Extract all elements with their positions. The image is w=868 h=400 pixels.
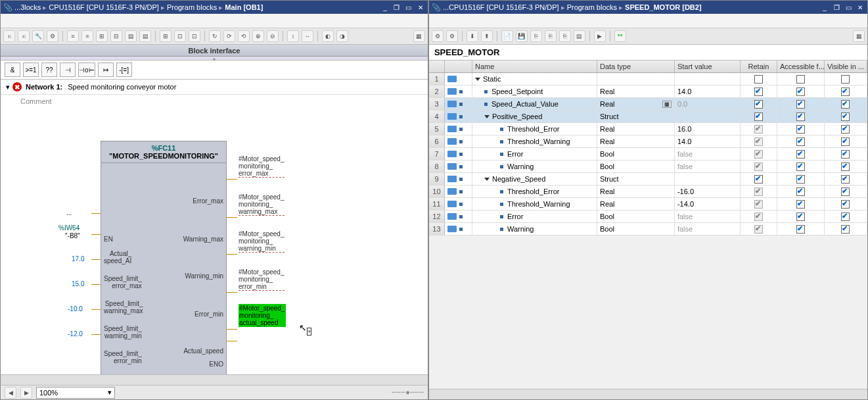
tool-btn[interactable]: ⎌ bbox=[3, 30, 15, 42]
tool-btn[interactable]: ⬇ bbox=[467, 30, 478, 42]
tool-btn[interactable]: ⎘ bbox=[559, 30, 571, 42]
tool-btn[interactable]: ⟲ bbox=[238, 30, 250, 42]
tool-btn[interactable]: ⊖ bbox=[267, 30, 279, 42]
tag-icon bbox=[447, 213, 457, 220]
tool-btn[interactable]: ▦ bbox=[853, 30, 865, 42]
minimize-button[interactable]: _ bbox=[820, 3, 829, 12]
tool-btn[interactable]: ≡ bbox=[81, 30, 93, 42]
tool-btn[interactable]: ▶ bbox=[594, 30, 606, 42]
tool-btn[interactable]: ⚙ bbox=[446, 30, 458, 42]
tag-icon bbox=[447, 188, 457, 195]
val-15[interactable]: 15.0 bbox=[72, 280, 84, 288]
tool-btn[interactable]: ↕ bbox=[287, 30, 299, 42]
table-row[interactable]: 9 Negative_SpeedStruct bbox=[429, 173, 867, 186]
ladder-coil-btn[interactable]: ↦ bbox=[98, 63, 114, 77]
tool-btn[interactable]: 💾 bbox=[516, 30, 528, 42]
block-interface-header[interactable]: Block interface bbox=[1, 45, 428, 57]
val-en[interactable]: ... bbox=[66, 209, 72, 216]
breadcrumb-left[interactable]: 📎 ...3locks▸ CPU1516F [CPU 1516F-3 PN/DP… bbox=[3, 3, 263, 12]
tool-btn[interactable]: ⎌ bbox=[18, 30, 30, 42]
titlebar-right: 📎 ...CPU1516F [CPU 1516F-3 PN/DP]▸ Progr… bbox=[429, 1, 867, 14]
minimize-button[interactable]: _ bbox=[380, 3, 390, 12]
restore-button[interactable]: ❐ bbox=[832, 3, 841, 12]
table-row[interactable]: 1Static bbox=[429, 73, 867, 86]
ladder-empty-btn[interactable]: ?? bbox=[41, 63, 57, 77]
table-row[interactable]: 4 Positive_SpeedStruct bbox=[429, 111, 867, 123]
tool-btn[interactable]: ▤ bbox=[125, 30, 137, 42]
val-17[interactable]: 17.0 bbox=[72, 255, 84, 262]
tool-btn[interactable]: ⊞ bbox=[96, 30, 108, 42]
tag-out-actual-speed[interactable]: #Motor_speed_ monitoring_ actual_speed bbox=[239, 304, 286, 327]
tool-btn[interactable]: ⎘ bbox=[545, 30, 557, 42]
ladder-contact-btn[interactable]: ⊣ bbox=[60, 63, 76, 77]
tool-btn[interactable]: ⊞ bbox=[160, 30, 171, 42]
tool-btn[interactable]: 🔧 bbox=[32, 30, 44, 42]
network-title[interactable]: Network 1: bbox=[26, 83, 62, 91]
tool-btn[interactable]: 📄 bbox=[501, 30, 513, 42]
tool-btn[interactable]: ⟳ bbox=[223, 30, 235, 42]
tool-btn[interactable]: ⊡ bbox=[174, 30, 186, 42]
tag-out-warnmin[interactable]: #Motor_speed_ monitoring_ warning_min bbox=[239, 230, 285, 253]
table-row[interactable]: 12 ErrorBoolfalse bbox=[429, 211, 867, 223]
h-scrollbar-right[interactable] bbox=[429, 389, 867, 399]
attach-icon: 📎 bbox=[432, 3, 441, 12]
table-row[interactable]: 10 Threshold_ErrorReal-16.0 bbox=[429, 186, 867, 198]
tag-out-errmin[interactable]: #Motor_speed_ monitoring_ error_min bbox=[239, 268, 285, 291]
tool-btn[interactable]: ◐ bbox=[322, 30, 334, 42]
tool-btn[interactable]: ⊕ bbox=[252, 30, 264, 42]
ladder-or-btn[interactable]: >=1 bbox=[23, 63, 39, 77]
tool-btn[interactable]: ⚙ bbox=[47, 30, 58, 42]
table-row[interactable]: 11 Threshold_WarningReal-14.0 bbox=[429, 198, 867, 211]
table-row[interactable]: 13 WarningBoolfalse bbox=[429, 223, 867, 236]
close-button[interactable]: ✕ bbox=[416, 3, 425, 12]
ladder-editor[interactable]: ▾ ✖ Network 1: Speed monitoring conveyor… bbox=[1, 80, 428, 374]
breadcrumb-right[interactable]: 📎 ...CPU1516F [CPU 1516F-3 PN/DP]▸ Progr… bbox=[432, 3, 702, 12]
val-n10[interactable]: -10.0 bbox=[68, 305, 83, 312]
pin-error-max: Error_max bbox=[193, 197, 223, 205]
table-row[interactable]: 8 WarningBoolfalse bbox=[429, 161, 867, 173]
tool-btn[interactable]: ⊟ bbox=[110, 30, 122, 42]
nav-prev-btn[interactable]: ◀ bbox=[5, 387, 16, 399]
tool-btn[interactable]: ᵒᵒ bbox=[614, 30, 626, 42]
dropdown-icon: ▾ bbox=[108, 388, 112, 397]
left-editor-pane: 📎 ...3locks▸ CPU1516F [CPU 1516F-3 PN/DP… bbox=[0, 0, 428, 400]
nav-next-btn[interactable]: ▶ bbox=[20, 387, 32, 399]
restore-button[interactable]: ❐ bbox=[392, 3, 401, 12]
network-expand-icon[interactable]: ▾ bbox=[6, 83, 10, 91]
val-b8[interactable]: "-B8" bbox=[65, 232, 80, 239]
tool-btn[interactable]: ⚙ bbox=[432, 30, 444, 42]
tool-btn[interactable]: ▤ bbox=[574, 30, 585, 42]
tool-btn[interactable]: ▤ bbox=[139, 30, 151, 42]
tool-btn[interactable]: ◑ bbox=[336, 30, 348, 42]
val-n12[interactable]: -12.0 bbox=[68, 330, 83, 338]
tool-btn[interactable]: ▦ bbox=[413, 30, 425, 42]
table-row[interactable]: 7 ErrorBoolfalse bbox=[429, 148, 867, 161]
tag-out-warnmax[interactable]: #Motor_speed_ monitoring_ warning_max bbox=[239, 193, 285, 216]
maximize-button[interactable]: ▭ bbox=[404, 3, 413, 12]
zoom-select[interactable]: 100%▾ bbox=[36, 387, 115, 399]
zoom-slider[interactable]: ╌╌╌●╌╌╌ bbox=[392, 388, 424, 397]
tool-btn[interactable]: ↔ bbox=[302, 30, 313, 42]
maximize-button[interactable]: ▭ bbox=[844, 3, 853, 12]
tool-btn[interactable]: ⎘ bbox=[530, 30, 542, 42]
tag-out-errmax[interactable]: #Motor_speed_ monitoring_ error_max bbox=[239, 155, 285, 178]
table-row[interactable]: 3 Speed_Actual_ValueReal▦0.0 bbox=[429, 98, 867, 111]
ladder-box-btn[interactable]: -[=] bbox=[116, 63, 132, 77]
table-row[interactable]: 5 Threshold_ErrorReal16.0 bbox=[429, 123, 867, 136]
h-scrollbar-left[interactable] bbox=[1, 374, 428, 385]
tool-btn[interactable]: ⊡ bbox=[189, 30, 200, 42]
table-row[interactable]: 6 Threshold_WarningReal14.0 bbox=[429, 136, 867, 148]
fc-block[interactable]: %FC11 "MOTOR_SPEEDMONITORING" Error_max … bbox=[101, 141, 227, 374]
db-grid[interactable]: Name Data type Start value Retain Access… bbox=[429, 61, 867, 389]
mouse-cursor-icon: ↖+ bbox=[299, 322, 311, 335]
val-iw64[interactable]: %IW64 bbox=[58, 224, 80, 232]
network-desc[interactable]: Speed monitoring conveyor motor bbox=[68, 83, 176, 91]
tool-btn[interactable]: ≡ bbox=[67, 30, 79, 42]
tool-btn[interactable]: ⬆ bbox=[481, 30, 493, 42]
ladder-and-btn[interactable]: & bbox=[5, 63, 20, 77]
table-row[interactable]: 2 Speed_SetpointReal14.0 bbox=[429, 86, 867, 98]
tool-btn[interactable]: ↻ bbox=[209, 30, 221, 42]
ladder-ncontact-btn[interactable]: ⊣o⊢ bbox=[78, 63, 95, 77]
close-button[interactable]: ✕ bbox=[856, 3, 865, 12]
network-comment[interactable]: Comment bbox=[1, 95, 428, 108]
